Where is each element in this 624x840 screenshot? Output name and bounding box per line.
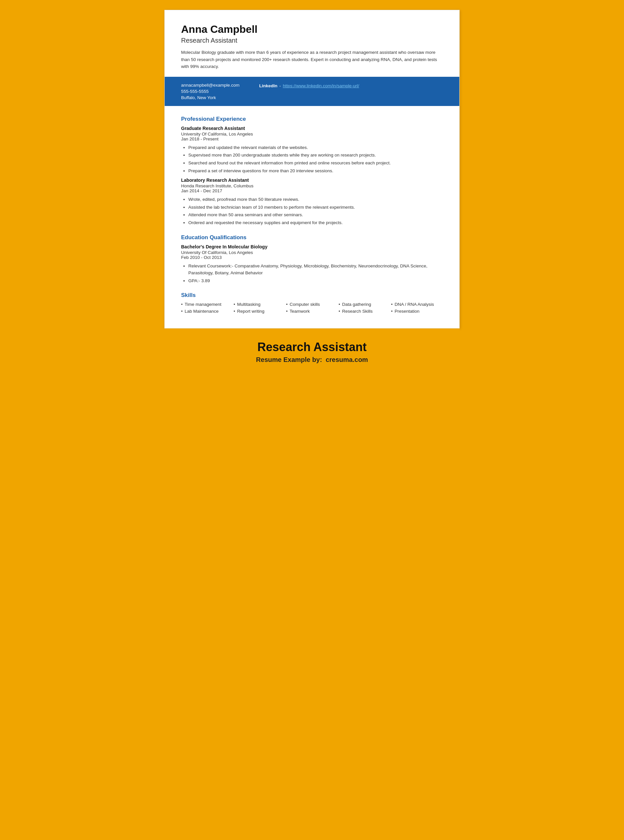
bullet: Assisted the lab technician team of 10 m…	[188, 204, 443, 211]
degree-1-org: University Of California, Los Angeles	[181, 250, 443, 255]
skills-section-title: Skills	[181, 292, 443, 299]
bullet: Relevant Coursework:- Comparative Anatom…	[188, 262, 443, 276]
degree-1-title: Bachelor's Degree In Molecular Biology	[181, 244, 443, 249]
skill-multitasking: Multitasking	[233, 302, 286, 307]
bullet: GPA:- 3.89	[188, 277, 443, 284]
skill-presentation: Presentation	[391, 309, 443, 314]
candidate-name: Anna Campbell	[181, 23, 443, 36]
linkedin-label: LinkedIn	[259, 83, 278, 88]
phone: 555-555-5555	[181, 89, 239, 94]
candidate-title: Research Assistant	[181, 37, 443, 44]
job-2-org: Honda Research Institute, Columbus	[181, 184, 443, 188]
job-1: Graduate Research Assistant University O…	[181, 126, 443, 174]
resume-top: Anna Campbell Research Assistant Molecul…	[165, 10, 459, 77]
bullet: Searched and found out the relevant info…	[188, 159, 443, 167]
skill-dna-rna: DNA / RNA Analysis	[391, 302, 443, 307]
bullet: Prepared a set of interview questions fo…	[188, 167, 443, 174]
email: annacampbell@example.com	[181, 83, 239, 88]
footer-banner: Research Assistant Resume Example by: cr…	[164, 329, 460, 375]
bullet: Ordered and requested the necessary supp…	[188, 219, 443, 226]
job-2-dates: Jan 2014 - Dec 2017	[181, 188, 443, 193]
skill-computer-skills: Computer skills	[286, 302, 338, 307]
resume-card: Anna Campbell Research Assistant Molecul…	[164, 10, 460, 329]
skill-teamwork: Teamwork	[286, 309, 338, 314]
page-wrapper: Anna Campbell Research Assistant Molecul…	[164, 10, 460, 375]
skill-data-gathering: Data gathering	[338, 302, 391, 307]
skill-report-writing: Report writing	[233, 309, 286, 314]
job-1-org: University Of California, Los Angeles	[181, 131, 443, 136]
job-2-bullets: Wrote, edited, proofread more than 50 li…	[181, 196, 443, 226]
degree-1: Bachelor's Degree In Molecular Biology U…	[181, 244, 443, 284]
bullet: Attended more than 50 area seminars and …	[188, 211, 443, 219]
resume-body: Professional Experience Graduate Researc…	[165, 106, 459, 329]
bullet: Prepared and updated the relevant materi…	[188, 144, 443, 151]
contact-left: annacampbell@example.com 555-555-5555 Bu…	[181, 83, 239, 100]
job-2: Laboratory Research Assistant Honda Rese…	[181, 178, 443, 226]
degree-1-dates: Feb 2010 - Oct 2013	[181, 255, 443, 260]
footer-subtitle-prefix: Resume Example by:	[256, 356, 322, 363]
contact-bar: annacampbell@example.com 555-555-5555 Bu…	[165, 77, 459, 106]
contact-right: LinkedIn - https://www.linkedin.com/in/s…	[259, 83, 359, 88]
footer-brand: cresuma.com	[326, 356, 368, 363]
skill-research-skills: Research Skills	[338, 309, 391, 314]
linkedin-url[interactable]: https://www.linkedin.com/in/sample-url/	[283, 83, 359, 88]
footer-title: Research Assistant	[171, 340, 453, 354]
job-2-title: Laboratory Research Assistant	[181, 178, 443, 183]
bullet: Wrote, edited, proofread more than 50 li…	[188, 196, 443, 203]
degree-1-bullets: Relevant Coursework:- Comparative Anatom…	[181, 262, 443, 284]
summary-text: Molecular Biology graduate with more tha…	[181, 49, 443, 70]
skill-lab-maintenance: Lab Maintenance	[181, 309, 233, 314]
skill-time-management: Time management	[181, 302, 233, 307]
skills-row-2: Lab Maintenance Report writing Teamwork …	[181, 309, 443, 314]
education-section-title: Education Qualifications	[181, 234, 443, 241]
skills-grid: Time management Multitasking Computer sk…	[181, 302, 443, 315]
job-1-bullets: Prepared and updated the relevant materi…	[181, 144, 443, 174]
location: Buffalo, New York	[181, 95, 239, 100]
job-1-dates: Jan 2018 - Present	[181, 136, 443, 141]
linkedin-separator: -	[280, 83, 281, 88]
footer-subtitle: Resume Example by: cresuma.com	[171, 356, 453, 364]
bullet: Supervised more than 200 undergraduate s…	[188, 151, 443, 159]
experience-section-title: Professional Experience	[181, 116, 443, 122]
skills-row-1: Time management Multitasking Computer sk…	[181, 302, 443, 307]
job-1-title: Graduate Research Assistant	[181, 126, 443, 131]
